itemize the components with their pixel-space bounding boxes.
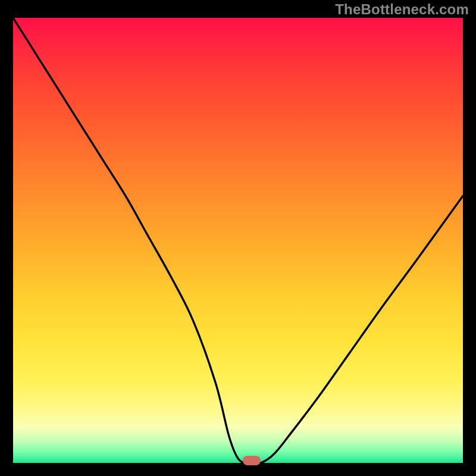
bottleneck-curve bbox=[13, 18, 463, 463]
curve-layer bbox=[13, 18, 463, 463]
optimal-point-marker bbox=[243, 456, 261, 465]
plot-area bbox=[13, 18, 463, 463]
chart-frame: TheBottleneck.com bbox=[0, 0, 476, 476]
watermark-text: TheBottleneck.com bbox=[335, 1, 469, 18]
